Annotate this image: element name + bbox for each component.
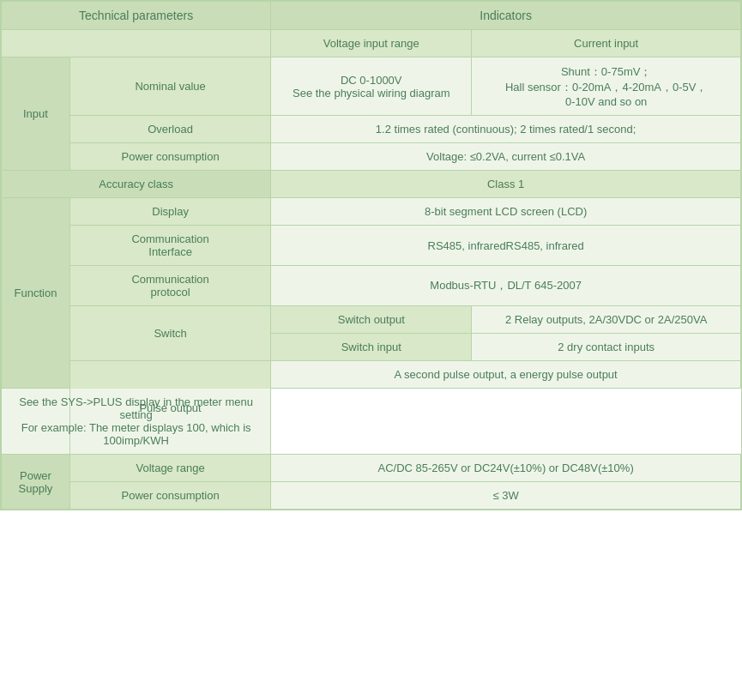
overload-label: Overload [69,116,270,143]
overload-value: 1.2 times rated (continuous); 2 times ra… [271,116,741,143]
switch-input-label: Switch input [271,334,472,361]
comm-interface-label: Communication Interface [69,226,270,266]
nominal-value-current: Shunt：0-75mV； Hall sensor：0-20mA，4-20mA，… [472,57,741,116]
header-technical-parameters: Technical parameters [2,2,271,30]
switch-output-label: Switch output [271,306,472,334]
section-input-label: Input [2,57,70,171]
switch-label: Switch [69,306,270,361]
voltage-range-label: Voltage range [69,455,270,482]
nominal-value-label: Nominal value [69,57,270,116]
section-power-supply-label: Power Supply [2,455,70,510]
section-function-label: Function [2,198,70,389]
pulse-output-value2: See the SYS->PLUS display in the meter m… [2,389,271,455]
spec-table-wrapper: Technical parameters Indicators Voltage … [0,0,742,510]
comm-protocol-label: Communication protocol [69,266,270,306]
input-power-consumption-value: Voltage: ≤0.2VA, current ≤0.1VA [271,143,741,171]
display-value: 8-bit segment LCD screen (LCD) [271,198,741,226]
current-input-header: Current input [472,30,741,57]
empty-cell-1 [2,30,271,57]
switch-output-value: 2 Relay outputs, 2A/30VDC or 2A/250VA [472,306,741,334]
input-power-consumption-label: Power consumption [69,143,270,171]
ps-power-consumption-label: Power consumption [69,482,270,510]
header-indicators: Indicators [271,2,741,30]
accuracy-class-label: Accuracy class [2,171,271,198]
ps-power-consumption-value: ≤ 3W [271,482,741,510]
switch-input-value: 2 dry contact inputs [472,334,741,361]
voltage-input-range-header: Voltage input range [271,30,472,57]
accuracy-class-value: Class 1 [271,171,741,198]
voltage-range-value: AC/DC 85-265V or DC24V(±10%) or DC48V(±1… [271,455,741,482]
nominal-value-voltage: DC 0-1000V See the physical wiring diagr… [271,57,472,116]
display-label: Display [69,198,270,226]
comm-protocol-value: Modbus-RTU，DL/T 645-2007 [271,266,741,306]
pulse-output-value1: A second pulse output, a energy pulse ou… [271,361,741,389]
spec-table: Technical parameters Indicators Voltage … [1,1,741,510]
comm-interface-value: RS485, infraredRS485, infrared [271,226,741,266]
